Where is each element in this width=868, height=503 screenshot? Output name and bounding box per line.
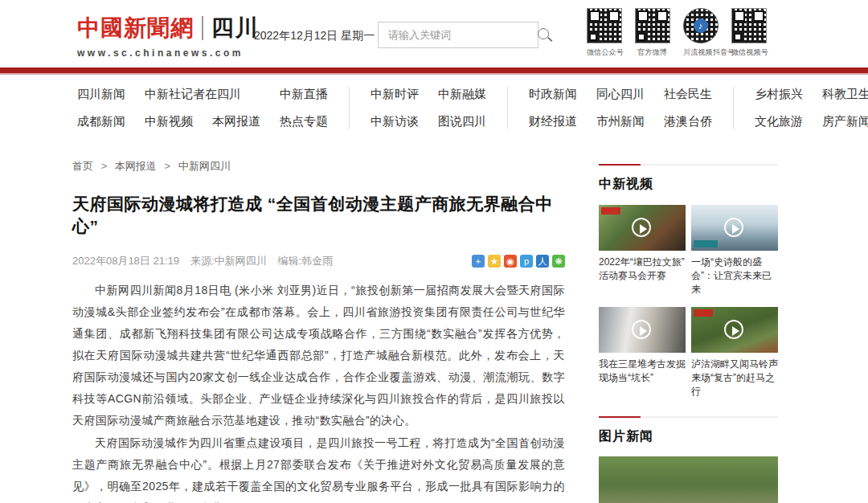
play-icon [724,320,743,339]
qr-wechat-official: 微信公众号 [585,8,623,58]
search-icon[interactable] [536,27,554,44]
nav-item-commentary[interactable]: 中新时评 [371,87,419,102]
nav-item-science-education[interactable]: 科教卫生 [822,87,868,102]
breadcrumb-home[interactable]: 首页 [72,160,93,172]
video-watermark [694,240,718,247]
tencent-weibo-icon[interactable]: p [520,255,533,268]
nav-item-hot-topics[interactable]: 热点专题 [280,114,328,129]
site-logo[interactable]: 中國新聞網 四川 www.sc.chinanews.com [77,13,260,59]
sidebar: 中新视频 2022年“壤巴拉文旅”活动赛马会开赛 一场“史诗般的盛会”：让宜宾未… [599,159,778,503]
breadcrumb-current: 中新网四川 [178,160,231,172]
qr-wechat-channels: 微信视频号 [730,8,768,58]
nav-group-2: 中新时评 中新融媒 中新访谈 图说四川 [349,87,486,129]
qr-code-image: ♪ [683,8,719,43]
share-more-icon[interactable]: + [472,255,485,268]
search-box [378,22,538,48]
article-column: 首页 > 本网报道 > 中新网四川 天府国际动漫城将打造成 “全国首创动漫主题产… [72,159,565,503]
nav-item-cns-reporters[interactable]: 中新社记者在四川 [145,87,260,102]
nav-group-3: 时政新闻 同心四川 社会民生 财经报道 市州新闻 港澳台侨 [507,87,712,129]
qr-code-image [587,8,622,43]
nav-item-city-news[interactable]: 市州新闻 [596,114,645,129]
video-watermark [694,309,713,317]
video-caption[interactable]: 泸沽湖畔又闻马铃声 来场“复古”的赶马之行 [691,358,778,399]
video-grid: 2022年“壤巴拉文旅”活动赛马会开赛 一场“史诗般的盛会”：让宜宾未来已来 我… [599,205,778,399]
article-date: 2022年08月18日 21:19 [72,254,179,268]
site-header: 中國新聞網 四川 www.sc.chinanews.com 2022年12月12… [0,0,868,67]
video-caption[interactable]: 2022年“壤巴拉文旅”活动赛马会开赛 [599,256,686,283]
video-item: 我在三星堆考古发掘现场当“坑长” [599,307,686,399]
nav-item-sichuan-news[interactable]: 四川新闻 [77,87,125,102]
video-thumbnail[interactable] [599,307,686,353]
qr-label: 官方微博 [635,47,669,58]
article-paragraph: 中新网四川新闻8月18日电 (米小米 刘亚男)近日，“旅投创新第一届招商发展大会… [72,280,565,431]
section-rule [599,164,778,166]
qr-label: 川流视频抖音号 [683,47,718,58]
video-item: 泸沽湖畔又闻马铃声 来场“复古”的赶马之行 [691,307,778,399]
video-caption[interactable]: 我在三星堆考古发掘现场当“坑长” [599,358,686,385]
sina-weibo-icon[interactable]: ◉ [504,255,517,268]
renren-icon[interactable]: 人 [536,255,549,268]
video-thumbnail[interactable] [691,307,778,353]
article-paragraph: 天府国际动漫城作为四川省重点建设项目，是四川旅投一号工程，将打造成为“全国首创动… [72,432,565,503]
nav-item-tongxin-sichuan[interactable]: 同心四川 [596,87,645,102]
nav-item-hk-macao-taiwan[interactable]: 港澳台侨 [664,114,712,129]
play-icon [724,218,743,237]
video-section-title: 中新视频 [599,176,778,193]
nav-item-real-estate[interactable]: 房产新闻 [822,114,868,129]
photo-news-image[interactable] [599,456,778,503]
nav-item-finance[interactable]: 财经报道 [529,114,577,129]
breadcrumb-separator: > [101,160,108,172]
share-bar: + ★ ◉ p 人 ❋ [472,255,565,268]
header-red-bar [0,67,868,73]
qr-label: 微信视频号 [731,47,766,58]
qr-label: 微信公众号 [587,47,621,58]
video-thumbnail[interactable] [599,205,686,251]
douyin-icon: ♪ [694,18,708,33]
nav-item-chengdu-news[interactable]: 成都新闻 [77,114,125,129]
nav-item-culture-tourism[interactable]: 文化旅游 [755,114,803,129]
breadcrumb-site-report[interactable]: 本网报道 [115,160,157,172]
article-title: 天府国际动漫城将打造成 “全国首创动漫主题产商旅无界融合中心” [72,193,565,238]
play-icon [632,320,651,339]
nav-group-4: 乡村振兴 科教卫生 娱乐体育 文化旅游 房产新闻 生活服务 [733,87,868,129]
video-watermark [601,207,620,215]
qr-code-image [731,8,767,43]
video-item: 2022年“壤巴拉文旅”活动赛马会开赛 [599,205,686,296]
nav-item-media[interactable]: 中新融媒 [438,87,486,102]
video-thumbnail[interactable] [691,205,778,251]
photo-news-section: 图片新闻 [599,416,778,503]
nav-group-1: 四川新闻 中新社记者在四川 中新直播 成都新闻 中新视频 本网报道 热点专题 [77,87,328,129]
nav-item-pictures-sichuan[interactable]: 图说四川 [438,114,486,129]
wechat-share-icon[interactable]: ❋ [552,255,565,268]
nav-item-politics[interactable]: 时政新闻 [529,87,577,102]
breadcrumb-separator: > [164,160,170,172]
qzone-icon[interactable]: ★ [488,255,501,268]
video-item: 一场“史诗般的盛会”：让宜宾未来已来 [691,205,778,296]
qr-weibo-official: 官方微博 [633,8,671,58]
content-area: 首页 > 本网报道 > 中新网四川 天府国际动漫城将打造成 “全国首创动漫主题产… [0,143,868,503]
nav-item-site-report[interactable]: 本网报道 [212,114,260,129]
nav-item-interview[interactable]: 中新访谈 [371,114,419,129]
article-meta: 2022年08月18日 21:19 来源:中新网四川 编辑:韩金雨 + ★ ◉ … [72,254,565,268]
nav-item-rural-revitalization[interactable]: 乡村振兴 [755,87,803,102]
qr-code-image [635,8,670,43]
video-caption[interactable]: 一场“史诗般的盛会”：让宜宾未来已来 [691,256,778,296]
nav-item-video[interactable]: 中新视频 [145,114,193,129]
article-body: 中新网四川新闻8月18日电 (米小米 刘亚男)近日，“旅投创新第一届招商发展大会… [72,280,565,503]
page: { "colors":{ "accent_red":"#a6201f", "lo… [0,0,868,503]
logo-divider [202,16,203,40]
search-input[interactable] [379,29,536,41]
qr-code-group: 微信公众号 官方微博 ♪ 川流视频抖音号 微信视频号 [585,8,768,58]
nav-item-society[interactable]: 社会民生 [664,87,712,102]
video-section: 中新视频 2022年“壤巴拉文旅”活动赛马会开赛 一场“史诗般的盛会”：让宜宾未… [599,164,778,399]
logo-brand-text: 中國新聞網 [77,13,194,43]
main-navigation: 四川新闻 中新社记者在四川 中新直播 成都新闻 中新视频 本网报道 热点专题 中… [0,75,868,143]
photo-section-title: 图片新闻 [599,428,778,445]
article-editor: 编辑:韩金雨 [278,254,334,268]
nav-item-live[interactable]: 中新直播 [280,87,328,102]
logo-region-text: 四川 [211,13,260,43]
section-rule [599,416,778,418]
qr-douyin: ♪ 川流视频抖音号 [682,8,719,58]
breadcrumb: 首页 > 本网报道 > 中新网四川 [72,159,565,174]
site-url: www.sc.chinanews.com [77,47,260,59]
